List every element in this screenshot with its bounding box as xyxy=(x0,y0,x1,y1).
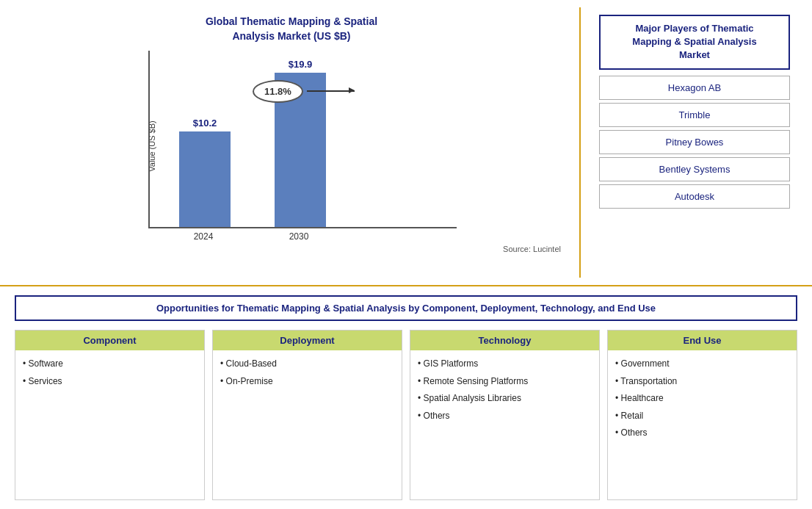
player-hexagon: Hexagon AB xyxy=(599,76,790,100)
opp-body-component: Software Services xyxy=(15,350,204,499)
opp-column-component: Component Software Services xyxy=(15,330,205,500)
opp-column-deployment: Deployment Cloud-Based On-Premise xyxy=(212,330,402,500)
opp-column-technology: Technology GIS Platforms Remote Sensing … xyxy=(410,330,600,500)
player-pitney: Pitney Bowes xyxy=(599,130,790,154)
opportunities-grid: Component Software Services Deployment C… xyxy=(15,330,797,500)
opp-item-onpremise: On-Premise xyxy=(220,374,394,390)
opp-item-cloud: Cloud-Based xyxy=(220,356,394,372)
player-bentley: Bentley Systems xyxy=(599,157,790,181)
chart-title: Global Thematic Mapping & Spatial Analys… xyxy=(206,15,377,43)
bar-value-2024: $10.2 xyxy=(193,118,217,129)
x-axis-labels: 2024 2030 xyxy=(148,228,457,242)
opp-header-technology: Technology xyxy=(410,331,599,350)
bottom-section: Opportunities for Thematic Mapping & Spa… xyxy=(0,286,812,509)
cagr-arrow xyxy=(307,90,355,92)
opp-header-enduse: End Use xyxy=(608,331,797,350)
opp-body-enduse: Government Transportation Healthcare Ret… xyxy=(608,350,797,499)
opp-item-remote-sensing: Remote Sensing Platforms xyxy=(418,374,592,390)
opp-item-tech-others: Others xyxy=(418,408,592,425)
opp-column-enduse: End Use Government Transportation Health… xyxy=(607,330,797,500)
players-area: Major Players of ThematicMapping & Spati… xyxy=(592,7,797,278)
opp-item-gis: GIS Platforms xyxy=(418,356,592,372)
opp-item-services: Services xyxy=(23,374,197,390)
top-section: Global Thematic Mapping & Spatial Analys… xyxy=(0,0,812,286)
opp-body-technology: GIS Platforms Remote Sensing Platforms S… xyxy=(410,350,599,499)
main-container: Global Thematic Mapping & Spatial Analys… xyxy=(0,0,812,509)
opp-item-enduse-others: Others xyxy=(615,425,789,441)
opp-item-government: Government xyxy=(615,356,789,372)
cagr-oval: 11.8% xyxy=(253,80,303,103)
chart-inner: 11.8% $10.2 $19.9 xyxy=(148,51,457,242)
cagr-annotation: 11.8% xyxy=(253,80,303,103)
source-text: Source: Lucintel xyxy=(503,245,568,253)
players-title: Major Players of ThematicMapping & Spati… xyxy=(599,15,790,70)
opp-item-healthcare: Healthcare xyxy=(615,391,789,407)
bar-group-2024: $10.2 xyxy=(179,118,231,227)
year-label-2024: 2024 xyxy=(156,231,251,242)
opp-header-component: Component xyxy=(15,331,204,350)
opp-item-spatial-analysis: Spatial Analysis Libraries xyxy=(418,391,592,407)
bar-value-2030: $19.9 xyxy=(289,59,313,70)
chart-wrapper: Value (US $B) 11.8% $10.2 xyxy=(148,51,457,242)
bars-area: 11.8% $10.2 $19.9 xyxy=(148,51,457,228)
opp-item-software: Software xyxy=(23,356,197,372)
opp-body-deployment: Cloud-Based On-Premise xyxy=(213,350,402,499)
player-trimble: Trimble xyxy=(599,103,790,127)
player-autodesk: Autodesk xyxy=(599,184,790,209)
chart-area: Global Thematic Mapping & Spatial Analys… xyxy=(15,7,568,278)
opp-header-deployment: Deployment xyxy=(213,331,402,350)
opp-item-retail: Retail xyxy=(615,408,789,425)
bar-2024 xyxy=(179,131,231,227)
opp-item-transportation: Transportation xyxy=(615,374,789,390)
year-label-2030: 2030 xyxy=(251,231,347,242)
opportunities-title: Opportunities for Thematic Mapping & Spa… xyxy=(15,295,797,321)
vertical-divider xyxy=(579,7,581,278)
